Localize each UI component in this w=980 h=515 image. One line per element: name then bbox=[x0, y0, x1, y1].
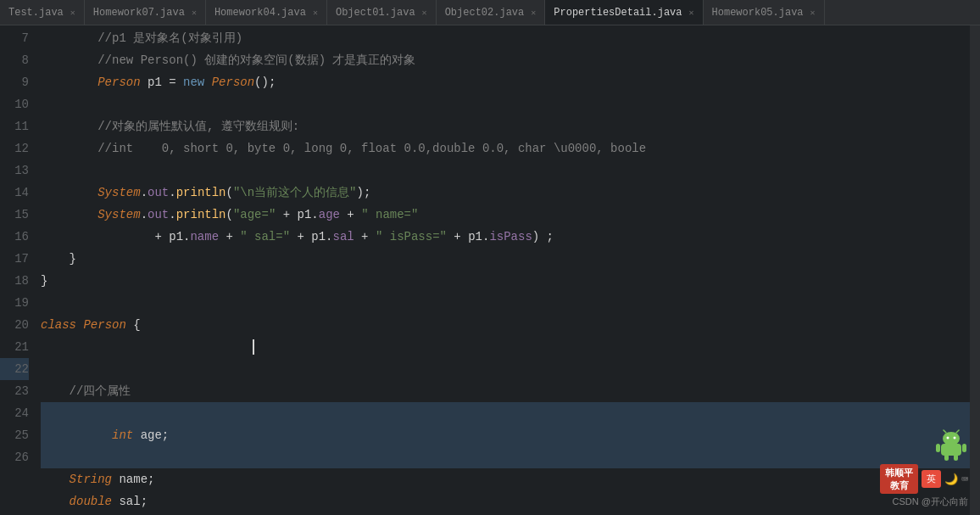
code-line-17: } bbox=[41, 248, 970, 270]
tab-label: Object01.java bbox=[336, 7, 415, 19]
tab-label: Object02.java bbox=[445, 7, 525, 19]
tab-homework05-java[interactable]: Homework05.java ✕ bbox=[704, 0, 825, 25]
code-line-14: System.out.println("\n当前这个人的信息"); bbox=[41, 182, 970, 204]
tab-homework07-java[interactable]: Homework07.java ✕ bbox=[85, 0, 206, 25]
language-badge: 英 bbox=[922, 470, 941, 488]
tab-close-icon[interactable]: ✕ bbox=[70, 8, 75, 18]
tab-label: Homework07.java bbox=[93, 7, 185, 19]
code-line-16: + p1.name + " sal=" + p1.sal + " isPass=… bbox=[41, 226, 970, 248]
line-num-25: 25 bbox=[0, 424, 29, 446]
code-content[interactable]: //p1 是对象名(对象引用) //new Person() 创建的对象空间(数… bbox=[36, 25, 970, 515]
line-num-15: 15 bbox=[0, 204, 29, 226]
code-line-7: //p1 是对象名(对象引用) bbox=[41, 27, 970, 49]
keyboard-icon: ⌨ bbox=[961, 473, 968, 486]
tab-close-icon[interactable]: ✕ bbox=[689, 8, 694, 18]
line-num-16: 16 bbox=[0, 226, 29, 248]
line-num-22: 22 bbox=[0, 358, 29, 380]
code-line-19 bbox=[41, 292, 970, 314]
line-numbers: 7 8 9 10 11 12 13 14 15 16 17 18 19 20 2… bbox=[0, 25, 36, 515]
tab-test-java[interactable]: Test.java ✕ bbox=[0, 0, 85, 25]
tab-homework04-java[interactable]: Homework04.java ✕ bbox=[206, 0, 327, 25]
line-num-26: 26 bbox=[0, 446, 29, 468]
line-num-20: 20 bbox=[0, 314, 29, 336]
tab-label: PropertiesDetail.java bbox=[554, 7, 682, 19]
svg-line-5 bbox=[956, 430, 959, 433]
line-num-8: 8 bbox=[0, 49, 29, 71]
tab-close-icon[interactable]: ✕ bbox=[422, 8, 427, 18]
text-cursor bbox=[253, 339, 254, 355]
tab-label: Homework04.java bbox=[214, 7, 306, 19]
code-line-18: } bbox=[41, 270, 970, 292]
line-num-21: 21 bbox=[0, 336, 29, 358]
android-icon bbox=[934, 428, 968, 462]
svg-point-1 bbox=[943, 432, 960, 445]
svg-rect-0 bbox=[941, 444, 961, 456]
svg-point-2 bbox=[947, 437, 949, 439]
line-num-17: 17 bbox=[0, 248, 29, 270]
tab-label: Homework05.java bbox=[712, 7, 804, 19]
svg-point-3 bbox=[954, 437, 956, 439]
svg-rect-8 bbox=[944, 454, 949, 461]
code-line-12: //int 0, short 0, byte 0, long 0, float … bbox=[41, 137, 970, 160]
tab-close-icon[interactable]: ✕ bbox=[313, 8, 318, 18]
code-line-20: class Person { bbox=[41, 314, 970, 380]
tab-object01-java[interactable]: Object01.java ✕ bbox=[327, 0, 437, 25]
svg-rect-6 bbox=[936, 444, 940, 452]
tab-close-icon[interactable]: ✕ bbox=[192, 8, 197, 18]
code-line-8: //new Person() 创建的对象空间(数据) 才是真正的对象 bbox=[41, 49, 970, 71]
code-line-11: //对象的属性默认值, 遵守数组规则: bbox=[41, 115, 970, 137]
line-num-12: 12 bbox=[0, 137, 29, 160]
brand-badge: 韩顺平教育 bbox=[880, 464, 918, 494]
tab-close-icon[interactable]: ✕ bbox=[810, 8, 816, 18]
code-line-13 bbox=[41, 160, 970, 182]
line-num-10: 10 bbox=[0, 93, 29, 115]
moon-icon: 🌙 bbox=[944, 473, 958, 486]
code-line-23: String name; bbox=[41, 468, 970, 490]
line-num-9: 9 bbox=[0, 71, 29, 93]
code-line-10 bbox=[41, 93, 970, 115]
svg-rect-9 bbox=[954, 454, 958, 461]
line-num-14: 14 bbox=[0, 182, 29, 204]
watermark-text: CSDN @开心向前 bbox=[893, 495, 968, 508]
tab-object02-java[interactable]: Object02.java ✕ bbox=[437, 0, 546, 25]
line-num-23: 23 bbox=[0, 380, 29, 402]
line-num-7: 7 bbox=[0, 27, 29, 49]
code-line-21: //四个属性 bbox=[41, 380, 970, 402]
tab-label: Test.java bbox=[8, 7, 64, 19]
watermark: 韩顺平教育 英 🌙 ⌨ CSDN @开心向前 bbox=[880, 428, 968, 508]
tab-properties-detail-java[interactable]: PropertiesDetail.java ✕ bbox=[545, 0, 703, 25]
line-num-11: 11 bbox=[0, 115, 29, 137]
code-line-24: double sal; bbox=[41, 490, 970, 512]
line-num-13: 13 bbox=[0, 160, 29, 182]
line-num-24: 24 bbox=[0, 402, 29, 424]
scrollbar[interactable] bbox=[970, 25, 980, 515]
svg-rect-7 bbox=[962, 444, 966, 452]
tab-close-icon[interactable]: ✕ bbox=[531, 8, 536, 18]
code-line-9: Person p1 = new Person(); bbox=[41, 71, 970, 93]
code-line-15: System.out.println("age=" + p1.age + " n… bbox=[41, 204, 970, 226]
svg-line-4 bbox=[944, 430, 946, 433]
tab-bar: Test.java ✕ Homework07.java ✕ Homework04… bbox=[0, 0, 980, 25]
code-area: 7 8 9 10 11 12 13 14 15 16 17 18 19 20 2… bbox=[0, 25, 980, 515]
line-num-19: 19 bbox=[0, 292, 29, 314]
line-num-18: 18 bbox=[0, 270, 29, 292]
code-line-22: int age; bbox=[41, 402, 970, 468]
